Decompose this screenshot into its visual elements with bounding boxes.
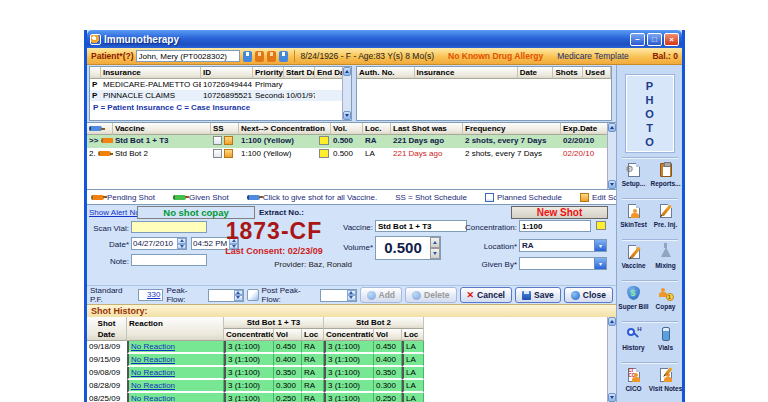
ns-given-by-value xyxy=(520,258,594,269)
history-row[interactable]: 09/18/09 No Reaction 3 (1:100) 0.450 RA … xyxy=(87,341,616,354)
ns-concentration-field[interactable] xyxy=(519,220,591,232)
date-value: 04/27/2010 xyxy=(132,238,177,249)
history-button[interactable]: H History xyxy=(618,324,650,361)
col-frequency[interactable]: Frequency xyxy=(463,123,561,135)
close-button[interactable]: × xyxy=(664,33,679,46)
scroll-down-icon[interactable] xyxy=(608,180,616,189)
ns-color-swatch xyxy=(596,221,606,230)
copay-button[interactable]: 1 Copay xyxy=(650,283,682,320)
ns-location-dropdown[interactable]: RA ▾ xyxy=(519,239,607,252)
col-priority[interactable]: Priority xyxy=(253,67,284,79)
scroll-down-icon[interactable] xyxy=(608,393,616,402)
scan-vial-label: Scan Vial: xyxy=(89,224,129,233)
peak-flow-spinner[interactable] xyxy=(208,289,244,302)
col-exp-date[interactable]: Exp.Date xyxy=(561,123,607,135)
patient-input[interactable] xyxy=(136,50,240,62)
photo-placeholder[interactable]: PHOTO xyxy=(626,75,674,152)
save-disk-icon xyxy=(522,291,531,300)
scroll-down-icon[interactable] xyxy=(343,111,351,120)
col-auth-insurance[interactable]: Insurance xyxy=(415,67,518,79)
reaction-link[interactable]: No Reaction xyxy=(131,355,175,364)
patient-chart-icon[interactable] xyxy=(255,51,264,62)
col-loc[interactable]: Loc. xyxy=(363,123,391,135)
pre-injection-button[interactable]: Pre. Inj. xyxy=(650,201,682,238)
reaction-link[interactable]: No Reaction xyxy=(131,342,175,351)
maximize-button[interactable]: □ xyxy=(647,33,662,46)
history-row[interactable]: 09/15/09 No Reaction 3 (1:100) 0.400 RA … xyxy=(87,354,616,367)
patient-family-icon[interactable] xyxy=(267,51,276,62)
super-bill-button[interactable]: $ Super Bill xyxy=(618,283,650,320)
divider xyxy=(622,198,678,200)
vials-button[interactable]: Vials xyxy=(650,324,682,361)
col-vaccine[interactable]: Vaccine xyxy=(113,123,211,135)
mixing-button[interactable]: Mixing xyxy=(650,242,682,279)
edit-schedule-icon[interactable] xyxy=(224,136,233,145)
history-row[interactable]: 09/08/09 No Reaction 3 (1:100) 0.350 RA … xyxy=(87,367,616,380)
insurance-template: Medicare Template xyxy=(557,51,629,61)
insurance-row[interactable]: P MEDICARE-PALMETTO GBA 10726949444 Prim… xyxy=(90,79,351,90)
col-last-shot[interactable]: Last Shot was xyxy=(391,123,463,135)
scroll-up-icon[interactable] xyxy=(608,317,616,326)
vaccine-row-selected[interactable]: >> Std Bot 1 + T3 1:100 (Yellow) 0.500 R… xyxy=(87,135,616,148)
scroll-up-icon[interactable] xyxy=(608,123,616,132)
history-row[interactable]: 08/28/09 No Reaction 3 (1:100) 0.300 RA … xyxy=(87,380,616,393)
insurance-scrollbar[interactable] xyxy=(342,67,351,120)
ns-given-by-dropdown[interactable]: ▾ xyxy=(519,257,607,270)
skintest-button[interactable]: SkinTest xyxy=(618,201,650,238)
standard-pf-value[interactable]: 330 xyxy=(138,289,163,301)
chevron-down-icon: ▾ xyxy=(594,240,606,251)
schedule-icon[interactable] xyxy=(213,136,222,145)
edit-schedule-icon[interactable] xyxy=(224,149,233,158)
col-vol[interactable]: Vol. xyxy=(331,123,363,135)
patient-refresh-icon[interactable] xyxy=(243,51,252,62)
date-spinner[interactable]: 04/27/2010 xyxy=(131,237,187,250)
note-input[interactable] xyxy=(131,254,207,266)
setup-button[interactable]: ⚙ Setup... xyxy=(618,160,650,197)
close-form-button[interactable]: Close xyxy=(564,287,613,303)
group-std-bot-1: Std Bot 1 + T3 xyxy=(224,317,324,329)
patient-label[interactable]: Patient*(?) xyxy=(91,51,134,61)
cico-button[interactable]: CICO CICO xyxy=(618,365,650,402)
insurance-row[interactable]: P PINNACLE CLAIMS 10726895521 Secondar 1… xyxy=(90,90,351,101)
peak-flow-label: Peak-Flow: xyxy=(166,286,204,304)
ns-vaccine-field[interactable] xyxy=(375,220,467,232)
minimize-button[interactable]: − xyxy=(630,33,645,46)
col-insurance[interactable]: Insurance xyxy=(101,67,201,79)
col-auth-date[interactable]: Date xyxy=(518,67,554,79)
col-concentration[interactable]: Next--> Concentration xyxy=(239,123,331,135)
col-auth-shots[interactable]: Shots xyxy=(553,67,583,79)
scroll-up-icon[interactable] xyxy=(343,67,351,76)
patient-bar: Patient*(?) 8/24/1926 - F - Age:83 Y(s) … xyxy=(87,48,682,65)
col-reaction[interactable]: Reaction xyxy=(127,317,224,341)
col-end-date[interactable]: End Date xyxy=(315,67,344,79)
reports-button[interactable]: Reports... xyxy=(650,160,682,197)
vaccine-scrollbar[interactable] xyxy=(607,123,616,189)
reaction-link[interactable]: No Reaction xyxy=(131,381,175,390)
scan-vial-input[interactable] xyxy=(131,221,207,233)
reaction-link[interactable]: No Reaction xyxy=(131,394,175,402)
reaction-link[interactable]: No Reaction xyxy=(131,368,175,377)
ns-volume-spinner[interactable]: 0.500 xyxy=(375,236,441,260)
col-auth-no[interactable]: Auth. No. xyxy=(357,67,415,79)
vaccine-button[interactable]: Vaccine xyxy=(618,242,650,279)
save-button[interactable]: Save xyxy=(515,287,561,303)
post-peak-flow-spinner[interactable] xyxy=(320,289,356,302)
post-peak-flow-label: Post Peak-Flow: xyxy=(262,286,318,304)
history-scrollbar[interactable] xyxy=(607,317,616,402)
ns-volume-value: 0.500 xyxy=(376,237,430,259)
peak-flow-chart-icon[interactable] xyxy=(247,289,259,301)
cancel-button[interactable]: ✕Cancel xyxy=(460,287,512,303)
col-start-date[interactable]: Start Date xyxy=(284,67,315,79)
last-consent: Last Consent: 02/23/09 xyxy=(203,246,345,256)
col-ss[interactable]: SS xyxy=(211,123,239,135)
setup-gear-icon: ⚙ xyxy=(625,162,643,179)
vaccine-row[interactable]: 2. Std Bot 2 1:100 (Yellow) 0.500 LA 221… xyxy=(87,148,616,161)
col-id[interactable]: ID xyxy=(201,67,253,79)
col-auth-used[interactable]: Used xyxy=(583,67,611,79)
history-row[interactable]: 08/25/09 No Reaction 3 (1:100) 0.250 RA … xyxy=(87,393,616,402)
schedule-icon[interactable] xyxy=(213,149,222,158)
shot-entry-panel: Show Alert Note No shot copay Extract No… xyxy=(87,205,616,285)
patient-info-icon[interactable] xyxy=(279,51,288,62)
allergy-alert: No Known Drug Allergy xyxy=(448,51,543,61)
visit-notes-button[interactable]: Visit Notes xyxy=(650,365,682,402)
